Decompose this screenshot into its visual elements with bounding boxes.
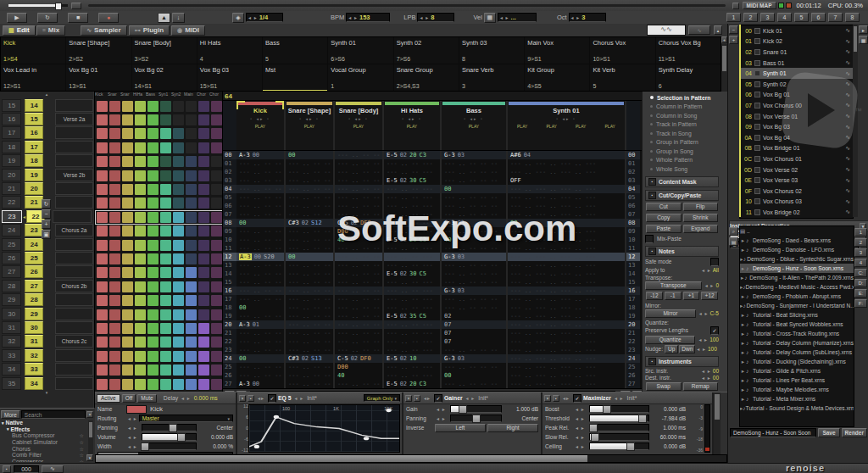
- metronome-toggle[interactable]: ▲: [158, 13, 170, 23]
- pattern-cell[interactable]: --- .. -- --: [286, 295, 333, 303]
- instrument-item[interactable]: 09Vox Bg 03∿: [740, 121, 853, 132]
- sequencer-row[interactable]: 1817: [0, 140, 93, 153]
- instrument-item[interactable]: 03Bass 01∿: [740, 58, 853, 69]
- sequence-position[interactable]: 16: [2, 113, 21, 125]
- master-volume-slider[interactable]: [8, 4, 68, 7]
- pattern-cell[interactable]: --- .. -- --: [286, 185, 333, 193]
- filename-input[interactable]: DemoSong - Hunz - Soon Soon: [730, 428, 816, 437]
- matrix-slot[interactable]: [122, 295, 133, 306]
- matrix-slot[interactable]: [122, 170, 133, 181]
- pattern-cell[interactable]: --- .. -- -- --: [442, 176, 506, 185]
- pattern-cell[interactable]: --- .. -- --: [236, 278, 284, 287]
- matrix-slot[interactable]: [198, 364, 209, 376]
- instrument-list-scrollbar[interactable]: [853, 25, 858, 217]
- instrument-item[interactable]: 0FVox Chorus 02∿: [740, 186, 853, 197]
- matrix-slot[interactable]: [186, 281, 197, 292]
- matrix-slot[interactable]: [122, 351, 133, 362]
- file-item[interactable]: ▸♪Tutorial - Ducking (Sidechaining).xrns: [740, 357, 854, 366]
- matrix-slot[interactable]: [122, 114, 133, 125]
- pattern-cell[interactable]: --- .. -- --: [286, 168, 333, 176]
- matrix-slot[interactable]: [173, 253, 184, 264]
- pattern-number[interactable]: 27: [25, 280, 43, 292]
- pattern-number[interactable]: 15: [25, 113, 43, 125]
- pattern-cell[interactable]: --- .. --- .. --- .. ---: [508, 363, 625, 371]
- loop-button[interactable]: ↻: [37, 13, 58, 23]
- matrix-slot[interactable]: [198, 184, 209, 195]
- pattern-cell[interactable]: --- .. -- -- --: [442, 202, 506, 210]
- pattern-cell[interactable]: --- .. --- .. --- .. ---: [508, 320, 625, 329]
- matrix-slot[interactable]: [160, 379, 171, 390]
- pattern-cell[interactable]: 02: [442, 312, 506, 320]
- scope-mode-icon[interactable]: ∿: [42, 465, 64, 473]
- matrix-slot[interactable]: [160, 114, 171, 125]
- file-item[interactable]: ▸♪DemoSong - Danoise - LFO.xrns: [740, 245, 854, 254]
- instrument-item[interactable]: 07Vox Chorus 00∿: [740, 100, 853, 111]
- pattern-cell[interactable]: --- .. -- -- --: [442, 193, 506, 202]
- pattern-cell[interactable]: --- .. -- --: [335, 185, 382, 193]
- record-button[interactable]: ●: [98, 13, 119, 23]
- matrix-slot[interactable]: [122, 379, 133, 390]
- matrix-slot[interactable]: [186, 240, 197, 251]
- matrix-slot[interactable]: [198, 379, 209, 390]
- matrix-slot[interactable]: [173, 170, 184, 181]
- pattern-number[interactable]: 30: [25, 321, 43, 334]
- pattern-number[interactable]: 31: [25, 335, 43, 348]
- matrix-slot[interactable]: [97, 142, 108, 153]
- pattern-cell[interactable]: 00: [508, 219, 625, 227]
- scope-cell[interactable]: Synth 038: [459, 37, 524, 64]
- transpose-spinner-icons[interactable]: ◂ ▸: [705, 282, 715, 288]
- matrix-slot[interactable]: [109, 128, 120, 139]
- pattern-number[interactable]: 26: [25, 265, 43, 278]
- scope-cell[interactable]: Kick1>S4: [1, 37, 65, 64]
- file-search-button[interactable]: ⌕: [729, 227, 738, 236]
- velocity-spinner[interactable]: ◂ ▸...: [498, 13, 537, 22]
- pattern-cell[interactable]: --- .. -- --: [236, 363, 284, 371]
- pattern-cell[interactable]: --- .. -- ---: [384, 193, 440, 202]
- pattern-cell[interactable]: 40: [442, 236, 506, 244]
- matrix-slot[interactable]: [109, 225, 120, 236]
- matrix-slot[interactable]: [198, 309, 209, 320]
- matrix-slot[interactable]: [109, 184, 120, 195]
- track-header[interactable]: Kick▫ ◂▸ ▫PLAY: [236, 101, 286, 150]
- pattern-cell[interactable]: E-50230C5: [384, 176, 440, 185]
- pattern-cell[interactable]: --- .. --- .. --- .. ---: [508, 159, 625, 168]
- matrix-slot[interactable]: [160, 309, 171, 320]
- matrix-slot[interactable]: [160, 225, 171, 236]
- maximizer-boost-spinner-icons[interactable]: ◂ ▸: [576, 406, 585, 412]
- matrix-slot[interactable]: [211, 337, 222, 348]
- device-move-icons[interactable]: ◂▸: [424, 395, 431, 401]
- status-stop-icon[interactable]: ▪: [3, 465, 11, 473]
- quantize-button[interactable]: Quantize: [645, 336, 695, 344]
- matrix-slot[interactable]: [147, 267, 159, 278]
- pattern-cell[interactable]: G-303: [442, 354, 506, 363]
- pattern-cell[interactable]: --- .. -- --: [286, 278, 333, 287]
- track-volume-spinner-icons[interactable]: ◂ ▸: [128, 434, 137, 440]
- pattern-cell[interactable]: --- .. -- ---: [384, 202, 440, 210]
- track-mute-solo-icons[interactable]: ▫ ◂▸ ▫: [335, 116, 382, 121]
- matrix-slot[interactable]: [135, 351, 146, 362]
- matrix-slot[interactable]: [147, 323, 159, 334]
- scope-cell[interactable]: Snare Group2>S4,S3: [394, 64, 459, 91]
- maximizer-ceiling-spinner-icons[interactable]: ◂ ▸: [576, 443, 585, 449]
- sequence-position[interactable]: 25: [2, 238, 21, 251]
- pattern-cell[interactable]: --- .. -- --: [286, 193, 333, 202]
- matrix-slot[interactable]: [147, 240, 159, 251]
- pattern-cell[interactable]: --- .. --- .. --- .. ---: [508, 227, 625, 236]
- pattern-cell[interactable]: --- .. --- .. --- .. ---: [508, 329, 625, 337]
- section-label[interactable]: [55, 182, 93, 195]
- matrix-slot[interactable]: [97, 309, 108, 320]
- pattern-cell[interactable]: E-50230C5: [384, 270, 440, 278]
- sequence-position[interactable]: 26: [2, 252, 21, 264]
- clear-search-icon[interactable]: ×: [86, 411, 93, 418]
- matrix-slot[interactable]: [198, 212, 209, 223]
- tree-group-effects[interactable]: ▾Effects: [0, 426, 94, 433]
- sequence-position[interactable]: 32: [2, 335, 21, 348]
- sequencer-row[interactable]: 3332: [0, 348, 93, 362]
- gainer-panning-slider[interactable]: [450, 415, 502, 422]
- matrix-slot[interactable]: [198, 170, 209, 181]
- pattern-cell[interactable]: --- .. -- ---: [384, 227, 440, 236]
- matrix-slot[interactable]: [160, 281, 171, 292]
- pattern-cell[interactable]: --- .. -- --: [286, 261, 333, 270]
- sequencer-row[interactable]: 3231Chorus 2c: [0, 335, 93, 348]
- pattern-cell[interactable]: --- .. -- --: [236, 210, 284, 219]
